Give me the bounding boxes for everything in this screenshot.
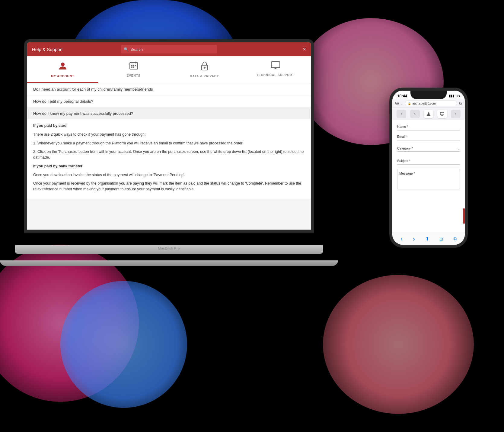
- laptop-bottom: [15, 245, 323, 254]
- signal-bars: ▮▮▮: [449, 94, 454, 98]
- app-tabs: MY ACCOUNT: [27, 56, 311, 83]
- phone-signals: ▮▮▮ 5G: [449, 94, 460, 98]
- phone-url-text: auth.sport80.com: [412, 102, 435, 105]
- faq-body-para-5: Once your payment is received by the org…: [33, 181, 305, 192]
- phone-message-label: Message *: [399, 172, 415, 175]
- reload-button[interactable]: ↻: [459, 101, 462, 106]
- svg-rect-3: [133, 65, 134, 66]
- person-icon: [58, 61, 68, 73]
- search-bar[interactable]: 🔍 Search: [121, 45, 217, 53]
- svg-point-0: [61, 63, 65, 66]
- phone-tabs-button[interactable]: ⧉: [454, 236, 457, 241]
- svg-rect-16: [440, 112, 444, 115]
- faq-content: Do I need an account for each of my chil…: [27, 83, 311, 199]
- laptop-screen: Help & Support 🔍 Search ×: [27, 42, 311, 230]
- phone-subject-field[interactable]: Subject *: [397, 158, 460, 165]
- lock-icon-small: 🔒: [408, 102, 411, 105]
- svg-point-15: [428, 112, 429, 114]
- phone-screen: 10:44 ▮▮▮ 5G AA ⌄ 🔒 auth.sport80.com ↻ ‹: [392, 91, 465, 245]
- svg-rect-4: [135, 65, 136, 66]
- phone-tab-nav-left[interactable]: ‹: [397, 110, 406, 118]
- laptop-screen-bezel: Help & Support 🔍 Search ×: [24, 39, 314, 233]
- phone-share-button[interactable]: ⬆: [425, 236, 429, 242]
- faq-item-2[interactable]: How do I edit my personal details?: [27, 95, 311, 108]
- faq-question-1: Do I need an account for each of my chil…: [33, 87, 153, 92]
- bg-blob-blue-bottom: [60, 281, 187, 408]
- laptop-wrapper: Help & Support 🔍 Search ×: [24, 39, 320, 266]
- laptop-base: [0, 260, 338, 266]
- phone-forward-button[interactable]: ›: [413, 235, 415, 242]
- app-header: Help & Support 🔍 Search ×: [27, 42, 311, 56]
- tab-data-privacy-label: DATA & PRIVACY: [190, 75, 219, 78]
- phone-bookmarks-button[interactable]: ⊡: [439, 237, 443, 241]
- phone-name-label: Name *: [397, 125, 408, 128]
- phone-outer: 10:44 ▮▮▮ 5G AA ⌄ 🔒 auth.sport80.com ↻ ‹: [389, 88, 468, 248]
- tab-my-account-label: MY ACCOUNT: [51, 75, 74, 78]
- bg-blob-pink-bottom-right: [323, 275, 474, 414]
- calendar-icon: [129, 61, 138, 72]
- phone-tab-next[interactable]: ›: [451, 110, 461, 118]
- close-button[interactable]: ×: [303, 46, 306, 53]
- phone-notch: [410, 91, 447, 99]
- phone-tab-person[interactable]: [424, 110, 433, 118]
- phone-wrapper: 10:44 ▮▮▮ 5G AA ⌄ 🔒 auth.sport80.com ↻ ‹: [389, 88, 468, 248]
- lock-icon: [201, 61, 209, 73]
- phone-subject-label: Subject *: [397, 159, 410, 163]
- font-size-label: ⌄: [401, 102, 403, 105]
- phone-bottom-bar: ‹ › ⬆ ⊡ ⧉: [392, 233, 465, 245]
- tab-technical-support-label: TECHNICAL SUPPORT: [257, 73, 295, 77]
- faq-body-heading-1: If you paid by card: [33, 123, 305, 129]
- network-type: 5G: [455, 94, 460, 98]
- svg-rect-12: [271, 62, 280, 68]
- monitor-icon: [271, 61, 280, 72]
- svg-rect-2: [131, 65, 132, 66]
- faq-body-para-2: 1. Whenever you make a payment through t…: [33, 140, 305, 146]
- tab-my-account[interactable]: MY ACCOUNT: [27, 61, 98, 83]
- faq-item-1[interactable]: Do I need an account for each of my chil…: [27, 83, 311, 95]
- svg-rect-6: [133, 66, 134, 68]
- phone-back-button[interactable]: ‹: [400, 235, 403, 242]
- phone-category-label: Category *: [397, 147, 413, 150]
- phone-email-field[interactable]: Email *: [397, 134, 460, 140]
- tab-technical-support[interactable]: TECHNICAL SUPPORT: [240, 61, 311, 83]
- phone-form: Name * Email * Category * ⌄ Subject * Me…: [392, 120, 465, 233]
- phone-category-field[interactable]: Category * ⌄: [397, 147, 460, 152]
- phone-browser-bar: AA ⌄ 🔒 auth.sport80.com ↻: [392, 99, 465, 108]
- phone-tab-nav-right[interactable]: ›: [410, 110, 420, 118]
- phone-mini-tabs: ‹ › ›: [392, 108, 465, 120]
- faq-question-3: How do I know my payment was successfull…: [27, 108, 311, 119]
- phone-email-label: Email *: [397, 135, 408, 138]
- phone-message-field[interactable]: Message *: [397, 169, 460, 189]
- faq-body-para-4: Once you download an invoice the status …: [33, 172, 305, 178]
- tab-events[interactable]: EVENTS: [98, 61, 169, 83]
- phone-time: 10:44: [397, 94, 407, 98]
- bg-blob-pink-left: [0, 245, 139, 402]
- phone-url-bar[interactable]: 🔒 auth.sport80.com: [405, 101, 457, 106]
- search-placeholder: Search: [130, 47, 143, 52]
- faq-body-heading-2: If you paid by bank transfer: [33, 163, 305, 169]
- tab-data-privacy[interactable]: DATA & PRIVACY: [169, 61, 240, 83]
- faq-item-3-expanded[interactable]: How do I know my payment was successfull…: [27, 108, 311, 119]
- category-chevron-icon: ⌄: [458, 147, 460, 150]
- search-icon: 🔍: [124, 47, 129, 52]
- faq-body-3: If you paid by card There are 2 quick wa…: [27, 119, 311, 199]
- phone-aa-label[interactable]: AA: [395, 102, 399, 105]
- faq-body-para-3: 2. Click on the 'Purchases' button from …: [33, 149, 305, 160]
- phone-side-button: [463, 208, 465, 224]
- faq-body-para-1: There are 2 quick ways to check if your …: [33, 132, 305, 137]
- phone-tab-monitor[interactable]: [437, 110, 447, 118]
- phone-name-field[interactable]: Name *: [397, 124, 460, 131]
- app-title: Help & Support: [32, 47, 63, 52]
- faq-question-2: How do I edit my personal details?: [33, 99, 93, 104]
- svg-point-11: [204, 67, 206, 69]
- tab-events-label: EVENTS: [126, 74, 140, 77]
- svg-rect-5: [131, 66, 132, 68]
